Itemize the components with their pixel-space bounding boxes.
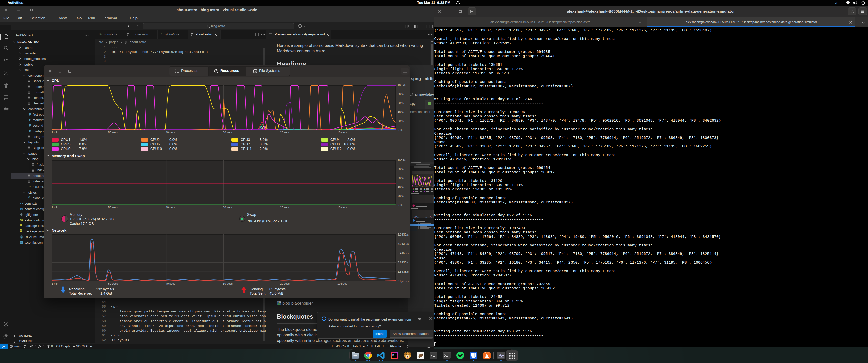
svg-text:IJ: IJ — [392, 354, 394, 357]
svg-text:S: S — [21, 241, 22, 244]
